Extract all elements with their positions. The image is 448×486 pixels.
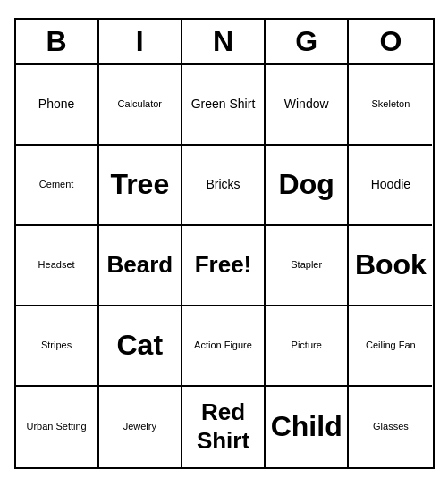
- bingo-cell: Action Figure: [182, 306, 266, 387]
- bingo-cell: Jewelry: [99, 387, 182, 467]
- bingo-cell: Cement: [16, 146, 99, 226]
- bingo-cell: Headset: [16, 226, 99, 306]
- bingo-cell: Stripes: [16, 306, 99, 387]
- bingo-cell: Child: [266, 387, 349, 467]
- bingo-cell: Red Shirt: [182, 387, 266, 467]
- bingo-cell: Hoodie: [349, 146, 432, 226]
- bingo-cell: Picture: [266, 306, 349, 387]
- bingo-cell: Glasses: [349, 387, 432, 467]
- bingo-cell: Stapler: [266, 226, 349, 306]
- bingo-cell: Book: [349, 226, 432, 306]
- bingo-card: BINGO PhoneCalculatorGreen ShirtWindowSk…: [14, 18, 435, 469]
- bingo-cell: Bricks: [182, 146, 266, 226]
- bingo-cell: Free!: [182, 226, 266, 306]
- bingo-cell: Urban Setting: [16, 387, 99, 467]
- bingo-cell: Green Shirt: [182, 65, 266, 146]
- bingo-cell: Tree: [99, 146, 182, 226]
- bingo-cell: Cat: [99, 306, 182, 387]
- bingo-cell: Phone: [16, 65, 99, 146]
- header-letter: G: [266, 20, 349, 63]
- bingo-cell: Window: [266, 65, 349, 146]
- header-letter: O: [349, 20, 432, 63]
- bingo-grid: PhoneCalculatorGreen ShirtWindowSkeleton…: [16, 65, 433, 467]
- bingo-cell: Skeleton: [349, 65, 432, 146]
- bingo-cell: Ceiling Fan: [349, 306, 432, 387]
- bingo-cell: Dog: [266, 146, 349, 226]
- bingo-header: BINGO: [16, 20, 433, 65]
- header-letter: I: [99, 20, 182, 63]
- bingo-cell: Beard: [99, 226, 182, 306]
- header-letter: N: [182, 20, 266, 63]
- bingo-cell: Calculator: [99, 65, 182, 146]
- header-letter: B: [16, 20, 99, 63]
